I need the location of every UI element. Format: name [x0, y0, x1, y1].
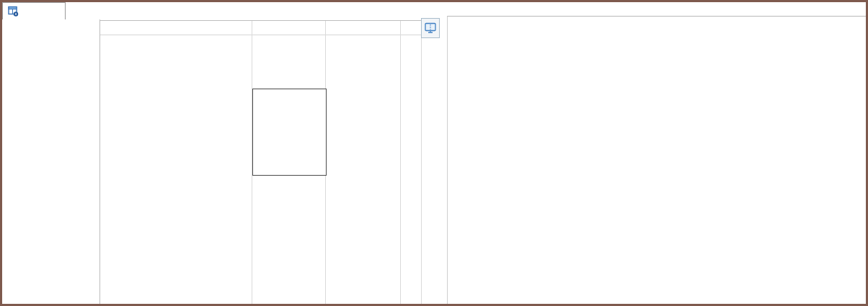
grid-right-edge	[421, 21, 422, 304]
sql-preview-icon	[424, 22, 437, 34]
join-type-dropdown	[252, 89, 327, 176]
sql-preview-button[interactable]	[421, 18, 440, 38]
sidebar	[2, 19, 100, 304]
sql-editor[interactable]	[447, 16, 866, 304]
tab-query[interactable]	[2, 2, 66, 19]
column-divider	[400, 21, 401, 304]
query-icon	[8, 6, 19, 17]
grid-header	[100, 21, 422, 35]
query-builder-window	[0, 0, 868, 306]
